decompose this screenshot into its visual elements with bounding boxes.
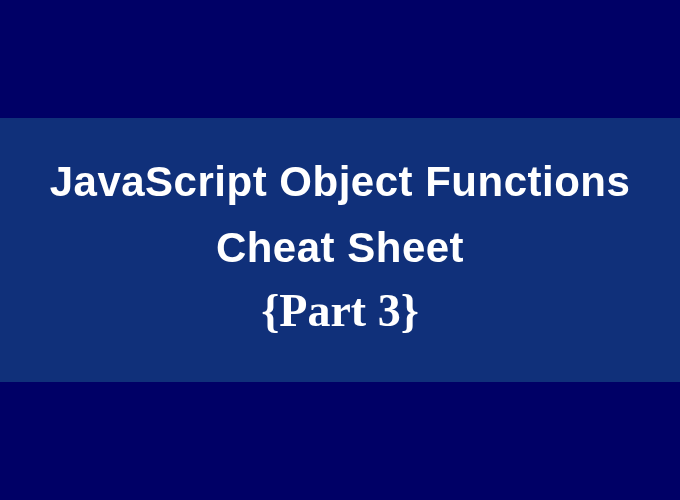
title-banner: JavaScript Object Functions Cheat Sheet … xyxy=(0,118,680,382)
brace-open: { xyxy=(261,285,279,336)
title-line-2: Cheat Sheet xyxy=(20,224,660,272)
brace-close: } xyxy=(401,285,419,336)
part-label: Part 3 xyxy=(279,285,400,336)
title-line-1: JavaScript Object Functions xyxy=(20,158,660,206)
subtitle-part: {Part 3} xyxy=(20,284,660,337)
